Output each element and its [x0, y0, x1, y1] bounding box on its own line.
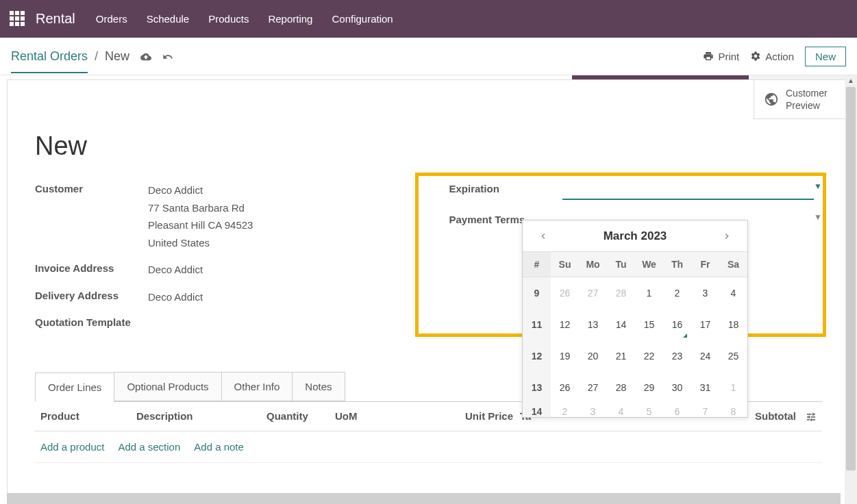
th-description: Description [136, 410, 266, 423]
calendar-day[interactable]: 15 [635, 309, 663, 340]
action-label: Action [765, 51, 794, 62]
undo-icon[interactable] [162, 50, 173, 62]
breadcrumb-separator: / [95, 49, 98, 64]
calendar-day[interactable]: 31 [691, 372, 719, 403]
calendar-day[interactable]: 25 [719, 340, 747, 372]
calendar-day[interactable]: 6 [663, 403, 691, 417]
brand-title[interactable]: Rental [36, 11, 75, 27]
nav-configuration[interactable]: Configuration [332, 13, 393, 25]
calendar-day[interactable]: 30 [663, 372, 691, 403]
breadcrumb-current: New [105, 49, 129, 64]
calendar-day[interactable]: 19 [551, 340, 579, 372]
preview-line2: Preview [786, 99, 828, 112]
calendar-day[interactable]: 7 [691, 403, 719, 417]
customer-preview-button[interactable]: Customer Preview [754, 80, 849, 119]
th-product: Product [40, 410, 136, 423]
tab-notes[interactable]: Notes [292, 372, 345, 401]
calendar-day-header: Th [663, 252, 691, 277]
tab-optional-products[interactable]: Optional Products [114, 372, 221, 401]
calendar-grid: #SuMoTuWeThFrSa 926272812341056789101111… [523, 251, 747, 417]
page-title: New [35, 131, 822, 161]
cloud-upload-icon[interactable] [140, 50, 151, 62]
calendar-title[interactable]: March 2023 [604, 229, 667, 243]
nav-orders[interactable]: Orders [96, 13, 127, 25]
print-label: Print [718, 51, 739, 62]
left-column: Customer Deco Addict 77 Santa Barbara Rd… [35, 181, 408, 338]
calendar-day[interactable]: 14 [607, 309, 635, 340]
calendar-week-number: 12 [523, 340, 551, 372]
top-navbar: Rental Orders Schedule Products Reportin… [0, 0, 857, 38]
breadcrumb-root[interactable]: Rental Orders [11, 49, 88, 73]
new-button[interactable]: New [805, 47, 846, 66]
label-invoice-address: Invoice Address [35, 261, 148, 274]
calendar-day[interactable]: 5 [635, 403, 663, 417]
vertical-scrollbar[interactable]: ▲ [845, 75, 857, 504]
calendar-day[interactable]: 2 [663, 277, 691, 310]
calendar-day[interactable]: 24 [691, 340, 719, 372]
calendar-day[interactable]: 16 [663, 309, 691, 340]
add-note-link[interactable]: Add a note [194, 441, 244, 453]
calendar-day-header: We [635, 252, 663, 277]
calendar-day[interactable]: 3 [691, 277, 719, 310]
value-invoice-address[interactable]: Deco Addict [148, 261, 203, 279]
calendar-day[interactable]: 27 [579, 277, 607, 310]
calendar-day[interactable]: 22 [635, 340, 663, 372]
nav-reporting[interactable]: Reporting [268, 13, 312, 25]
calendar-day[interactable]: 28 [607, 372, 635, 403]
calendar-day[interactable]: 1 [635, 277, 663, 310]
label-customer: Customer [35, 181, 148, 194]
calendar-day[interactable]: 2 [551, 403, 579, 417]
th-uom: UoM [335, 410, 445, 423]
calendar-day[interactable]: 1 [719, 372, 747, 403]
caret-down-icon[interactable]: ▼ [814, 212, 822, 222]
datepicker-popup: March 2023 #SuMoTuWeThFrSa 9262728123410… [522, 220, 748, 418]
nav-menu: Orders Schedule Products Reporting Confi… [96, 13, 393, 25]
calendar-day[interactable]: 27 [579, 372, 607, 403]
payment-terms-input[interactable] [562, 212, 815, 218]
calendar-day-header: Su [551, 252, 579, 277]
calendar-week-number: 13 [523, 372, 551, 403]
adjust-columns-icon[interactable] [796, 410, 817, 423]
value-delivery-address[interactable]: Deco Addict [148, 288, 203, 306]
calendar-day[interactable]: 17 [691, 309, 719, 340]
print-button[interactable]: Print [703, 51, 739, 62]
nav-schedule[interactable]: Schedule [147, 13, 190, 25]
label-quotation-template: Quotation Template [35, 315, 148, 328]
horizontal-scrollbar[interactable] [7, 493, 841, 504]
calendar-day[interactable]: 26 [551, 277, 579, 310]
print-icon [703, 51, 714, 62]
scrollbar-thumb[interactable] [846, 87, 856, 470]
calendar-day[interactable]: 26 [551, 372, 579, 403]
caret-down-icon[interactable]: ▼ [814, 181, 822, 191]
globe-icon [764, 92, 779, 107]
calendar-day[interactable]: 12 [551, 309, 579, 340]
preview-line1: Customer [786, 87, 828, 99]
tab-order-lines[interactable]: Order Lines [35, 373, 114, 402]
calendar-day[interactable]: 13 [579, 309, 607, 340]
calendar-day[interactable]: 18 [719, 309, 747, 340]
calendar-day[interactable]: 28 [607, 277, 635, 310]
calendar-day-header: Fr [691, 252, 719, 277]
nav-products[interactable]: Products [208, 13, 249, 25]
calendar-day[interactable]: 23 [663, 340, 691, 372]
gear-icon [750, 51, 761, 62]
calendar-day[interactable]: 4 [607, 403, 635, 417]
add-product-link[interactable]: Add a product [40, 441, 104, 453]
calendar-day-header: Sa [719, 252, 747, 277]
value-customer[interactable]: Deco Addict 77 Santa Barbara Rd Pleasant… [148, 181, 253, 251]
calendar-prev-icon[interactable] [532, 229, 554, 243]
add-section-link[interactable]: Add a section [118, 441, 180, 453]
calendar-day[interactable]: 20 [579, 340, 607, 372]
calendar-day[interactable]: 4 [719, 277, 747, 310]
expiration-input[interactable] [562, 181, 815, 200]
calendar-next-icon[interactable] [716, 229, 738, 243]
calendar-day[interactable]: 29 [635, 372, 663, 403]
calendar-day[interactable]: 8 [719, 403, 747, 417]
tab-other-info[interactable]: Other Info [221, 372, 293, 401]
apps-icon[interactable] [10, 11, 26, 27]
action-button[interactable]: Action [750, 51, 794, 62]
scrollbar-up-icon[interactable]: ▲ [845, 75, 857, 86]
calendar-day[interactable]: 21 [607, 340, 635, 372]
table-row-actions: Add a product Add a section Add a note [35, 431, 822, 463]
calendar-day[interactable]: 3 [579, 403, 607, 417]
